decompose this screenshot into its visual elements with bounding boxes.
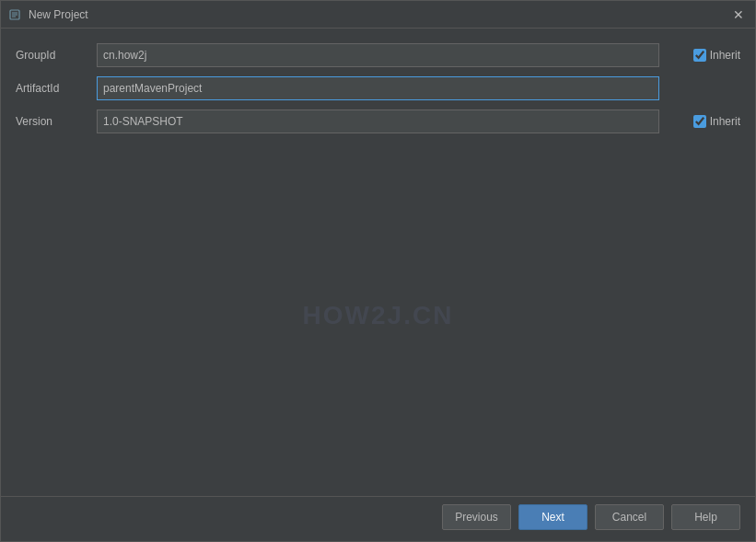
previous-button[interactable]: Previous xyxy=(442,504,511,530)
dialog-icon xyxy=(8,7,23,22)
version-input[interactable] xyxy=(97,110,659,133)
groupid-inherit-group: Inherit xyxy=(667,49,740,62)
groupid-input[interactable] xyxy=(97,43,659,67)
version-inherit-checkbox[interactable] xyxy=(693,115,706,128)
dialog-footer: Previous Next Cancel Help xyxy=(1,496,755,541)
new-project-dialog: New Project ✕ GroupId Inherit ArtifactId… xyxy=(0,0,756,542)
artifactid-input[interactable] xyxy=(97,76,659,100)
next-button[interactable]: Next xyxy=(518,504,587,530)
version-inherit-group: Inherit xyxy=(667,115,740,128)
cancel-button[interactable]: Cancel xyxy=(595,504,664,530)
artifactid-row: ArtifactId Inherit xyxy=(16,76,740,100)
title-bar: New Project ✕ xyxy=(1,1,755,29)
watermark-area: HOW2J.CN xyxy=(16,143,740,489)
close-button[interactable]: ✕ xyxy=(729,6,748,24)
version-inherit-label: Inherit xyxy=(710,115,740,128)
version-row: Version Inherit xyxy=(16,110,740,133)
artifactid-label: ArtifactId xyxy=(16,82,89,95)
watermark-text: HOW2J.CN xyxy=(303,301,454,330)
dialog-title: New Project xyxy=(29,8,724,21)
groupid-label: GroupId xyxy=(16,49,89,62)
groupid-row: GroupId Inherit xyxy=(16,43,740,67)
groupid-inherit-label: Inherit xyxy=(710,49,740,62)
dialog-content: GroupId Inherit ArtifactId Inherit Versi… xyxy=(1,29,755,496)
help-button[interactable]: Help xyxy=(671,504,740,530)
groupid-inherit-checkbox[interactable] xyxy=(693,49,706,62)
version-label: Version xyxy=(16,115,89,128)
